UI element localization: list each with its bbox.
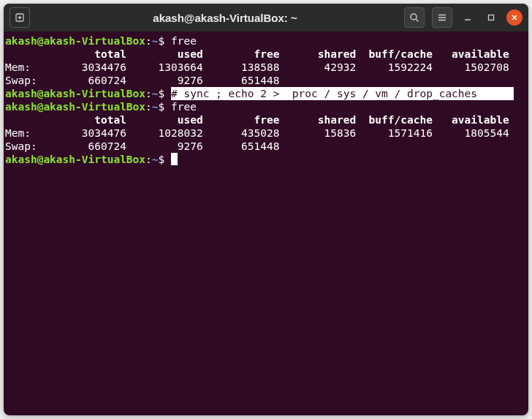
minimize-button[interactable] [460, 10, 476, 26]
prompt-line-1: akash@akash-VirtualBox:~$ free [5, 34, 527, 48]
titlebar: akash@akash-VirtualBox: ~ [4, 4, 528, 31]
svg-rect-9 [489, 15, 494, 20]
close-icon [510, 13, 519, 22]
new-tab-button[interactable] [10, 7, 30, 28]
window-title: akash@akash-VirtualBox: ~ [50, 12, 400, 24]
prompt-line-2: akash@akash-VirtualBox:~$ # sync ; echo … [5, 87, 527, 100]
command-free-2: free [171, 101, 197, 113]
close-button[interactable] [506, 10, 522, 26]
new-tab-icon [14, 12, 26, 23]
search-icon [408, 12, 420, 23]
terminal-window: akash@akash-VirtualBox: ~ [4, 4, 528, 415]
prompt-userhost: akash@akash-VirtualBox [5, 154, 145, 165]
terminal-body[interactable]: akash@akash-VirtualBox:~$ free total use… [4, 31, 528, 415]
menu-button[interactable] [432, 7, 452, 28]
command-free-1: free [171, 35, 197, 47]
minimize-icon [463, 13, 472, 22]
prompt-path: ~ [152, 88, 159, 99]
prompt-line-4: akash@akash-VirtualBox:~$ [5, 153, 527, 166]
prompt-path: ~ [152, 35, 159, 47]
free2-swap: Swap: 660724 9276 651448 [5, 140, 527, 153]
search-button[interactable] [404, 7, 425, 28]
free2-mem: Mem: 3034476 1028032 435028 15836 157141… [5, 127, 527, 140]
prompt-userhost: akash@akash-VirtualBox [5, 101, 145, 113]
titlebar-left [10, 7, 46, 28]
prompt-line-3: akash@akash-VirtualBox:~$ free [5, 100, 527, 113]
cursor [171, 153, 178, 165]
svg-line-4 [416, 19, 419, 22]
maximize-button[interactable] [483, 10, 499, 26]
maximize-icon [487, 13, 495, 22]
free2-header: total used free shared buff/cache availa… [5, 113, 527, 127]
command-sync-highlighted: # sync ; echo 2 > proc / sys / vm / drop… [171, 87, 514, 100]
prompt-path: ~ [152, 101, 159, 113]
free1-header: total used free shared buff/cache availa… [5, 48, 527, 61]
free1-swap: Swap: 660724 9276 651448 [5, 74, 527, 87]
titlebar-right [404, 7, 522, 28]
free1-mem: Mem: 3034476 1303664 138588 42932 159222… [5, 61, 527, 74]
prompt-userhost: akash@akash-VirtualBox [5, 88, 145, 99]
prompt-userhost: akash@akash-VirtualBox [5, 35, 145, 47]
svg-point-3 [411, 14, 417, 20]
hamburger-icon [436, 12, 448, 23]
prompt-path: ~ [152, 154, 159, 165]
